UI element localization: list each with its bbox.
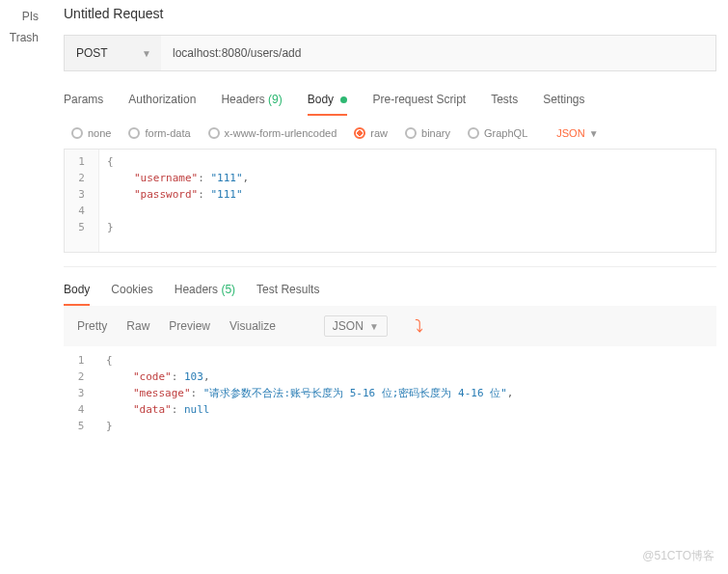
wrap-lines-icon[interactable]: ⤵: [415, 316, 423, 337]
body-type-none[interactable]: none: [71, 127, 111, 139]
request-title: Untitled Request: [64, 6, 716, 21]
radio-icon: [405, 127, 417, 139]
watermark: @51CTO博客: [642, 548, 715, 564]
view-preview[interactable]: Preview: [169, 319, 210, 333]
line-gutter: 1 2 3 4 5: [65, 150, 99, 252]
response-body-code: { "code": 103, "message": "请求参数不合法:账号长度为…: [98, 350, 716, 436]
tab-params[interactable]: Params: [64, 89, 103, 116]
chevron-down-icon: ▼: [369, 321, 379, 332]
sidebar-trash[interactable]: Trash: [0, 27, 39, 48]
body-type-binary[interactable]: binary: [405, 127, 450, 139]
resp-tab-headers[interactable]: Headers (5): [175, 281, 235, 306]
body-type-raw[interactable]: raw: [354, 127, 388, 139]
resp-tab-body[interactable]: Body: [64, 281, 90, 306]
method-select[interactable]: POST ▼: [65, 36, 161, 70]
body-format-select[interactable]: JSON▼: [556, 127, 598, 139]
radio-icon: [71, 127, 83, 139]
tab-headers[interactable]: Headers (9): [221, 89, 282, 116]
view-pretty[interactable]: Pretty: [77, 319, 107, 333]
body-type-graphql[interactable]: GraphQL: [468, 127, 527, 139]
tab-body-label: Body: [308, 93, 334, 106]
tab-authorization[interactable]: Authorization: [128, 89, 196, 116]
sidebar-apis[interactable]: PIs: [0, 6, 39, 27]
method-value: POST: [76, 46, 108, 60]
tab-prerequest[interactable]: Pre-request Script: [372, 89, 466, 116]
body-type-xwww[interactable]: x-www-form-urlencoded: [208, 127, 337, 139]
headers-count: (9): [268, 93, 283, 106]
radio-icon: [128, 127, 140, 139]
radio-icon: [468, 127, 479, 139]
tab-settings[interactable]: Settings: [543, 89, 584, 116]
resp-tab-results[interactable]: Test Results: [256, 281, 319, 306]
resp-headers-count: (5): [221, 283, 235, 296]
url-input[interactable]: localhost:8080/users/add: [161, 36, 715, 70]
body-active-dot-icon: [340, 96, 347, 103]
radio-icon: [208, 127, 220, 139]
radio-on-icon: [354, 127, 365, 139]
request-body-code[interactable]: { "username": "111", "password": "111" }: [99, 150, 715, 252]
view-raw[interactable]: Raw: [126, 319, 149, 333]
chevron-down-icon: ▼: [142, 48, 151, 59]
view-visualize[interactable]: Visualize: [229, 319, 276, 333]
chevron-down-icon: ▼: [589, 128, 599, 139]
response-body-editor[interactable]: 1 2 3 4 5 { "code": 103, "message": "请求参…: [64, 350, 716, 436]
request-body-editor[interactable]: 1 2 3 4 5 { "username": "111", "password…: [64, 149, 716, 253]
body-type-formdata[interactable]: form-data: [128, 127, 190, 139]
response-format-select[interactable]: JSON▼: [324, 315, 388, 337]
resp-tab-cookies[interactable]: Cookies: [111, 281, 152, 306]
tab-body[interactable]: Body: [308, 89, 348, 116]
tab-tests[interactable]: Tests: [491, 89, 518, 116]
tab-headers-label: Headers: [221, 93, 264, 106]
line-gutter: 1 2 3 4 5: [64, 350, 98, 436]
resp-headers-label: Headers: [175, 283, 218, 296]
